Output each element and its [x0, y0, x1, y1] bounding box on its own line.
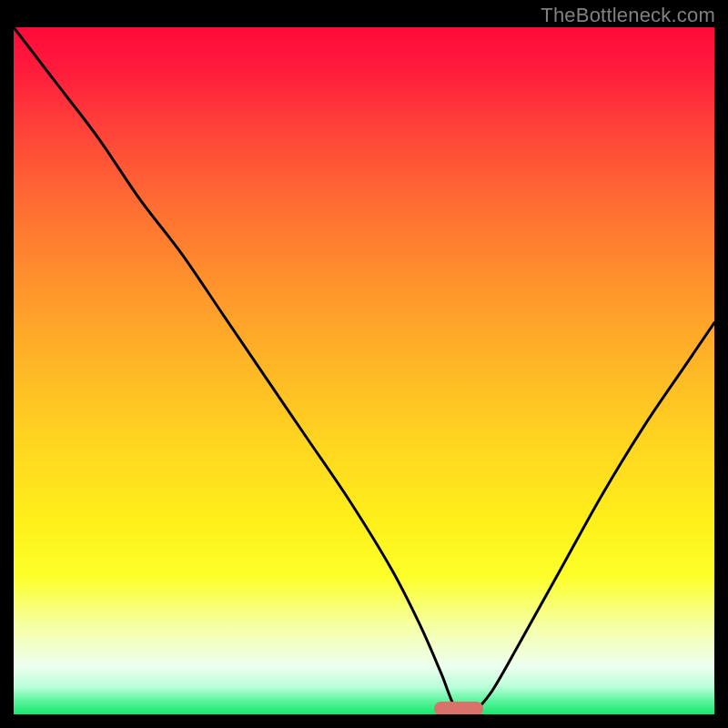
bottleneck-curve: [14, 27, 714, 714]
optimum-marker: [434, 702, 483, 714]
plot-area: [14, 27, 714, 714]
watermark-text: TheBottleneck.com: [541, 4, 715, 27]
chart-frame: TheBottleneck.com: [0, 0, 728, 728]
